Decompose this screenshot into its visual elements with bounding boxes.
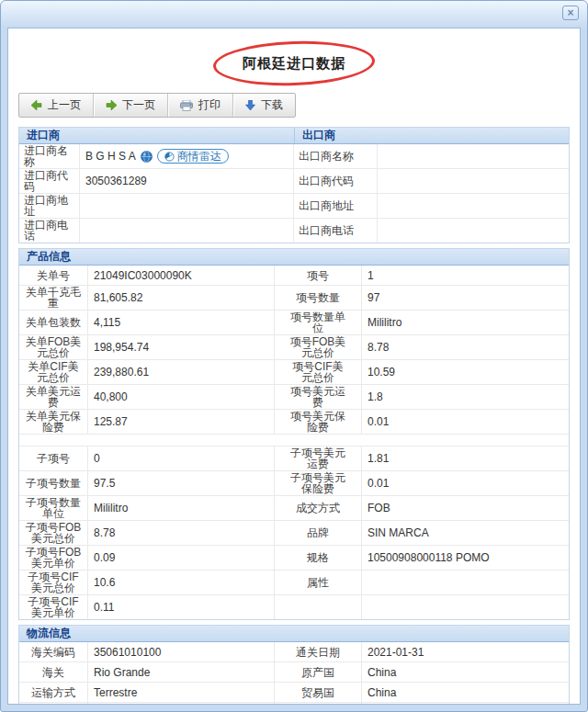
row-label: 海关 bbox=[19, 662, 88, 682]
row-value: China bbox=[362, 662, 569, 682]
row-value: 0.09 bbox=[88, 546, 275, 570]
table-row: 关单千克毛重81,605.82项号数量97 bbox=[19, 286, 569, 311]
spacer-row bbox=[19, 435, 569, 446]
table-row: 子项号CIF美元单价0.11 bbox=[19, 595, 569, 619]
row-value: 4,115 bbox=[88, 311, 275, 334]
table-row: 海关Rio Grande原产国China bbox=[19, 662, 569, 683]
print-button[interactable]: 打印 bbox=[167, 94, 232, 117]
logistics-info-section: 物流信息 海关编码35061010100通关日期2021-01-31海关Rio … bbox=[18, 625, 570, 705]
table-row: 贸易方式Importacion a consumo启运港- bbox=[19, 703, 569, 705]
data-window: × 阿根廷进口数据 上一页 下一页 bbox=[0, 0, 588, 712]
arrow-down-icon bbox=[245, 100, 255, 110]
window-titlebar: × bbox=[1, 1, 587, 28]
row-label: 启运港 bbox=[275, 703, 362, 705]
row-value bbox=[362, 571, 569, 594]
row-label: 属性 bbox=[275, 571, 362, 594]
prev-page-label: 上一页 bbox=[48, 97, 81, 113]
row-label: 子项号CIF美元单价 bbox=[19, 595, 88, 619]
importer-name-value-cell: B G H S A 商情雷达 bbox=[80, 144, 294, 168]
importer-rows: 进口商代码3050361289出口商代码进口商地址出口商地址进口商电话出口商电话 bbox=[19, 169, 569, 243]
row-label: 进口商电话 bbox=[19, 219, 80, 243]
row-value: 0 bbox=[88, 446, 275, 470]
arrow-left-icon bbox=[31, 100, 42, 110]
row-value: 3050361289 bbox=[80, 169, 294, 193]
row-value: 125.87 bbox=[88, 410, 275, 434]
product-info-section: 产品信息 关单号21049IC03000090K项号1关单千克毛重81,605.… bbox=[18, 248, 570, 620]
row-label: 关单包装数 bbox=[19, 311, 88, 334]
download-label: 下载 bbox=[261, 97, 283, 113]
row-value bbox=[362, 595, 569, 619]
toolbar: 上一页 下一页 打印 下载 bbox=[18, 93, 296, 118]
table-row: 进口商电话出口商电话 bbox=[19, 219, 569, 243]
row-label: 子项号FOB美元单价 bbox=[19, 546, 88, 570]
row-value: 0.01 bbox=[362, 410, 569, 434]
row-label: 贸易国 bbox=[275, 683, 362, 702]
row-value bbox=[378, 169, 569, 193]
row-label: 项号数量 bbox=[275, 286, 362, 310]
row-value: 35061010100 bbox=[88, 642, 275, 661]
globe-icon[interactable] bbox=[141, 151, 153, 163]
row-value bbox=[80, 194, 294, 218]
download-button[interactable]: 下载 bbox=[232, 94, 295, 117]
row-value: 97 bbox=[362, 286, 569, 310]
row-value: 97.5 bbox=[88, 471, 275, 495]
row-label: 出口商地址 bbox=[294, 194, 378, 218]
importer-name-row: 进口商名称 B G H S A bbox=[19, 144, 569, 169]
next-page-button[interactable]: 下一页 bbox=[93, 94, 167, 117]
row-value: 1.8 bbox=[362, 385, 569, 409]
row-label: 项号 bbox=[275, 266, 362, 285]
table-row: 进口商代码3050361289出口商代码 bbox=[19, 169, 569, 194]
row-label: 子项号 bbox=[19, 446, 88, 470]
row-label: 通关日期 bbox=[275, 642, 362, 661]
row-label: 出口商电话 bbox=[294, 219, 378, 243]
row-label: 进口商代码 bbox=[19, 169, 80, 193]
print-label: 打印 bbox=[198, 97, 220, 113]
row-label: 子项号数量单位 bbox=[19, 496, 88, 520]
close-button[interactable]: × bbox=[562, 6, 579, 20]
row-label: 项号数量单位 bbox=[275, 311, 362, 334]
prev-page-button[interactable]: 上一页 bbox=[19, 94, 93, 117]
row-label: 出口商代码 bbox=[294, 169, 378, 193]
logistics-rows: 海关编码35061010100通关日期2021-01-31海关Rio Grand… bbox=[19, 642, 569, 705]
table-row: 进口商地址出口商地址 bbox=[19, 194, 569, 219]
row-value: 2021-01-31 bbox=[362, 642, 569, 661]
row-label: 关单千克毛重 bbox=[19, 286, 88, 310]
row-label: 项号美元运费 bbox=[275, 385, 362, 409]
row-value: Terrestre bbox=[88, 683, 275, 702]
row-label: 关单美元保险费 bbox=[19, 410, 88, 434]
row-value: 10500908000118 POMO bbox=[362, 546, 569, 570]
exporter-header-label: 出口商 bbox=[294, 128, 569, 143]
row-value: 198,954.74 bbox=[88, 335, 275, 359]
page-title: 阿根廷进口数据 bbox=[243, 55, 345, 73]
close-icon: × bbox=[567, 7, 573, 19]
row-label: 子项号美元保险费 bbox=[275, 471, 362, 495]
row-value: 21049IC03000090K bbox=[88, 266, 275, 285]
row-label bbox=[275, 595, 362, 619]
table-row: 子项号0子项号美元运费1.81 bbox=[19, 446, 569, 471]
row-label: 子项号数量 bbox=[19, 471, 88, 495]
row-label: 海关编码 bbox=[19, 642, 88, 661]
table-row: 关单号21049IC03000090K项号1 bbox=[19, 266, 569, 286]
row-value: Rio Grande bbox=[88, 662, 275, 682]
row-value: FOB bbox=[362, 496, 569, 520]
row-label: 关单CIF美元总价 bbox=[19, 360, 88, 384]
logistics-info-header: 物流信息 bbox=[19, 626, 569, 642]
row-value: 1 bbox=[362, 266, 569, 285]
row-label: 贸易方式 bbox=[19, 703, 88, 705]
table-row: 运输方式Terrestre贸易国China bbox=[19, 683, 569, 703]
table-row: 子项号FOB美元总价8.78品牌SIN MARCA bbox=[19, 521, 569, 546]
row-label: 子项号美元运费 bbox=[275, 446, 362, 470]
importer-exporter-section: 进口商 出口商 进口商名称 B G H S A bbox=[18, 127, 570, 243]
product-info-header: 产品信息 bbox=[19, 249, 569, 266]
business-radar-badge[interactable]: 商情雷达 bbox=[157, 149, 229, 164]
table-row: 关单CIF美元总价239,880.61项号CIF美元总价10.59 bbox=[19, 360, 569, 385]
row-value: SIN MARCA bbox=[362, 521, 569, 545]
row-value: Mililitro bbox=[88, 496, 275, 520]
row-value: Importacion a consumo bbox=[88, 703, 275, 705]
row-value: China bbox=[362, 683, 569, 702]
row-value bbox=[378, 194, 569, 218]
row-label: 原产国 bbox=[275, 662, 362, 682]
arrow-right-icon bbox=[106, 100, 117, 110]
table-row: 关单包装数4,115项号数量单位Mililitro bbox=[19, 311, 569, 335]
row-value: 239,880.61 bbox=[88, 360, 275, 384]
